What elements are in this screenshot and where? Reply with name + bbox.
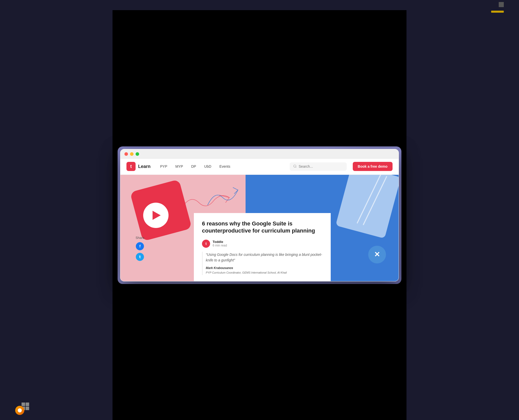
nav-links: PYP MYP DP UbD Events [157, 162, 287, 170]
quote-role: PYP Curriculum Coordinator, GEMS Interna… [206, 271, 323, 275]
traffic-lights [124, 152, 395, 156]
close-circle[interactable]: ✕ [368, 246, 386, 263]
browser-window: t Learn PYP MYP DP UbD Events [120, 149, 399, 281]
book-demo-button[interactable]: Book a free demo [353, 162, 393, 171]
share-sidebar: Share f 𝕥 [136, 236, 144, 261]
nav-dp[interactable]: DP [188, 162, 199, 170]
nav-myp[interactable]: MYP [172, 162, 187, 170]
logo-text: Learn [138, 164, 151, 169]
article-card: 6 reasons why the Google Suite is counte… [194, 213, 331, 281]
logo-icon: t [126, 162, 136, 171]
hero-card-decoration [336, 175, 399, 239]
traffic-light-green[interactable] [136, 152, 139, 156]
navbar: t Learn PYP MYP DP UbD Events [120, 159, 399, 175]
yellow-bar-decoration [491, 11, 504, 13]
svg-rect-7 [26, 407, 29, 410]
facebook-share-button[interactable]: f [136, 242, 144, 250]
bottom-gear-icon [15, 406, 24, 415]
share-label: Share [136, 236, 144, 240]
hero-section: ✕ Share f 𝕥 6 reasons why the Google Sui… [120, 175, 399, 281]
read-time: 6 min read [213, 244, 227, 247]
search-area[interactable] [290, 162, 347, 171]
facebook-icon: f [139, 244, 141, 248]
quote-block: “Using Google Docs for curriculum planni… [202, 252, 323, 275]
close-icon: ✕ [374, 250, 380, 259]
avatar-letter: t [206, 242, 207, 246]
author-avatar: t [202, 240, 210, 248]
traffic-light-red[interactable] [124, 152, 128, 156]
svg-line-1 [295, 167, 296, 167]
svg-line-2 [357, 175, 381, 226]
page-wrapper: t Learn PYP MYP DP UbD Events [113, 10, 406, 420]
browser-chrome [120, 149, 399, 159]
svg-rect-5 [26, 403, 29, 406]
play-icon [153, 211, 161, 220]
svg-line-3 [363, 175, 387, 227]
quote-text: “Using Google Docs for curriculum planni… [206, 252, 323, 263]
browser-frame: t Learn PYP MYP DP UbD Events [118, 146, 401, 284]
search-icon [293, 164, 297, 169]
blue-annotation [202, 182, 240, 213]
quote-author: Mark Krabousanos [206, 266, 323, 271]
author-name: Toddle [213, 240, 227, 244]
traffic-light-yellow[interactable] [130, 152, 134, 156]
twitter-icon: 𝕥 [139, 255, 141, 259]
twitter-share-button[interactable]: 𝕥 [136, 253, 144, 261]
play-button[interactable] [143, 203, 169, 228]
article-title: 6 reasons why the Google Suite is counte… [202, 220, 323, 235]
nav-ubd[interactable]: UbD [201, 162, 215, 170]
nav-events[interactable]: Events [216, 162, 234, 170]
logo-letter: t [130, 164, 132, 169]
search-input[interactable] [299, 164, 343, 168]
corner-decoration [499, 2, 504, 7]
nav-pyp[interactable]: PYP [157, 162, 171, 170]
author-info: Toddle 6 min read [213, 240, 227, 247]
svg-rect-4 [22, 403, 25, 406]
logo-area[interactable]: t Learn [126, 162, 151, 171]
author-row: t Toddle 6 min read [202, 240, 323, 248]
svg-point-0 [293, 165, 296, 167]
